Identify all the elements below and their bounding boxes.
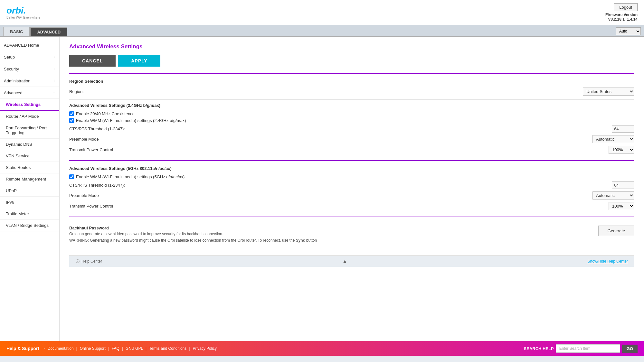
divider-mid xyxy=(69,160,634,161)
sidebar-item-router-ap-mode[interactable]: Router / AP Mode xyxy=(0,111,59,122)
backhaul-section: Backhaul Password Orbi can generate a ne… xyxy=(69,222,634,249)
language-select[interactable]: Auto English French German xyxy=(616,27,641,35)
wireless-5-title: Advanced Wireless Settings (5GHz 802.11a… xyxy=(69,166,634,171)
help-circle-icon: ⓘ xyxy=(76,259,80,264)
cts-rts-5-label: CTS/RTS Threshold (1-2347): xyxy=(69,183,125,188)
support-link-terms[interactable]: Terms and Conditions xyxy=(149,346,186,351)
sidebar-item-security[interactable]: Security + xyxy=(0,63,59,75)
cts-rts-5-row: CTS/RTS Threshold (1-2347): xyxy=(69,180,634,190)
sidebar-security-label: Security xyxy=(4,67,19,71)
wireless-5-section: Advanced Wireless Settings (5GHz 802.11a… xyxy=(69,166,634,211)
backhaul-warning-suffix: button xyxy=(305,238,317,243)
backhaul-sync-text: Sync xyxy=(296,238,305,243)
search-help-label: SEARCH HELP xyxy=(524,346,554,351)
firmware-version: V3.2.18.1_1.4.14 xyxy=(608,17,638,22)
sidebar-item-port-forwarding[interactable]: Port Forwarding / Port Triggering xyxy=(0,122,59,139)
wmm-24-checkbox[interactable] xyxy=(69,118,74,123)
sidebar-item-traffic-meter[interactable]: Traffic Meter xyxy=(0,208,59,220)
support-link-gnu-gpl[interactable]: GNU GPL xyxy=(126,346,143,351)
cts-rts-24-row: CTS/RTS Threshold (1-2347): xyxy=(69,124,634,134)
backhaul-warning-prefix: WARNING: Generating a new password might… xyxy=(69,238,296,243)
language-select-wrap: Auto English French German xyxy=(616,27,641,35)
tab-bar: BASIC ADVANCED Auto English French Germa… xyxy=(0,25,644,37)
sidebar-item-upnp[interactable]: UPnP xyxy=(0,185,59,197)
support-link-online-support[interactable]: Online Support xyxy=(80,346,106,351)
support-bar: Help & Support - Documentation | Online … xyxy=(0,341,644,356)
backhaul-warning: WARNING: Generating a new password might… xyxy=(69,238,598,243)
transmit-5-label: Transmit Power Control xyxy=(69,204,113,209)
generate-button[interactable]: Generate xyxy=(598,226,634,236)
firmware-info: Firmware Version V3.2.18.1_1.4.14 xyxy=(605,13,638,22)
page-title: Advanced Wireless Settings xyxy=(69,43,634,50)
transmit-5-select[interactable]: 100% 75% 50% 25% xyxy=(609,202,634,210)
content-area: Advanced Wireless Settings CANCEL APPLY … xyxy=(60,37,644,341)
sidebar-item-remote-management[interactable]: Remote Management xyxy=(0,173,59,185)
sidebar-admin-expand-icon: + xyxy=(53,78,55,83)
sidebar-item-ipv6[interactable]: IPv6 xyxy=(0,197,59,208)
sidebar-item-dynamic-dns[interactable]: Dynamic DNS xyxy=(0,139,59,150)
tab-advanced[interactable]: ADVANCED xyxy=(30,27,67,36)
sidebar-advanced-label: Advanced xyxy=(4,90,23,95)
search-help-area: SEARCH HELP GO xyxy=(524,344,638,353)
top-bar: orbi. Better WiFi Everywhere Logout Firm… xyxy=(0,0,644,25)
preamble-5-select[interactable]: Automatic Short Long xyxy=(592,191,634,200)
support-link-privacy[interactable]: Privacy Policy xyxy=(193,346,217,351)
backhaul-text: Backhaul Password Orbi can generate a ne… xyxy=(69,226,598,246)
coexist-label: Enable 20/40 MHz Coexistence xyxy=(76,111,135,116)
sidebar-item-advanced-menu[interactable]: Advanced − xyxy=(0,87,59,99)
sidebar-item-vlan-bridge[interactable]: VLAN / Bridge Settings xyxy=(0,220,59,231)
sidebar-item-administration[interactable]: Administration + xyxy=(0,75,59,87)
region-label: Region: xyxy=(69,89,84,94)
sidebar: ADVANCED Home Setup + Security + Adminis… xyxy=(0,37,60,341)
wireless-24-section: Advanced Wireless Settings (2.4GHz b/g/n… xyxy=(69,103,634,155)
transmit-24-label: Transmit Power Control xyxy=(69,147,113,152)
backhaul-row: Backhaul Password Orbi can generate a ne… xyxy=(69,226,634,246)
region-section-title: Region Selection xyxy=(69,79,634,84)
preamble-5-label: Preamble Mode xyxy=(69,193,99,198)
go-button[interactable]: GO xyxy=(622,345,638,353)
transmit-24-select[interactable]: 100% 75% 50% 25% xyxy=(609,146,634,154)
wmm-5-label: Enable WMM (Wi-Fi multimedia) settings (… xyxy=(76,174,185,179)
support-link-documentation[interactable]: Documentation xyxy=(48,346,74,351)
wireless-24-title: Advanced Wireless Settings (2.4GHz b/g/n… xyxy=(69,103,634,108)
coexist-row: Enable 20/40 MHz Coexistence xyxy=(69,110,634,117)
help-center-left: ⓘ Help Center xyxy=(76,259,102,264)
logo-subtitle: Better WiFi Everywhere xyxy=(6,16,40,19)
help-support-label: Help & Support xyxy=(6,346,39,351)
coexist-checkbox[interactable] xyxy=(69,111,74,116)
sidebar-advanced-collapse-icon: − xyxy=(53,90,55,95)
sidebar-setup-expand-icon: + xyxy=(53,54,55,60)
chevron-up-icon: ▲ xyxy=(342,258,347,264)
support-link-faq[interactable]: FAQ xyxy=(112,346,119,351)
support-left: Help & Support - Documentation | Online … xyxy=(6,346,217,351)
backhaul-desc: Orbi can generate a new hidden password … xyxy=(69,232,598,236)
cts-rts-24-input[interactable] xyxy=(612,125,634,133)
divider-top xyxy=(69,73,634,74)
search-help-input[interactable] xyxy=(556,344,620,353)
firmware-label: Firmware Version xyxy=(605,13,638,17)
show-hide-help-link[interactable]: Show/Hide Help Center xyxy=(588,259,628,264)
cancel-button[interactable]: CANCEL xyxy=(69,55,116,67)
sidebar-item-static-routes[interactable]: Static Routes xyxy=(0,162,59,173)
wmm-5-checkbox[interactable] xyxy=(69,174,74,179)
sidebar-item-vpn-service[interactable]: VPN Service xyxy=(0,150,59,162)
tab-basic[interactable]: BASIC xyxy=(3,27,30,36)
preamble-24-select[interactable]: Automatic Short Long xyxy=(592,135,634,143)
action-buttons: CANCEL APPLY xyxy=(69,55,634,67)
cts-rts-5-input[interactable] xyxy=(612,181,634,189)
logout-button[interactable]: Logout xyxy=(614,3,638,11)
preamble-24-row: Preamble Mode Automatic Short Long xyxy=(69,134,634,144)
top-right-area: Logout Firmware Version V3.2.18.1_1.4.14 xyxy=(605,3,638,22)
cts-rts-24-label: CTS/RTS Threshold (1-2347): xyxy=(69,126,125,131)
wmm-5-row: Enable WMM (Wi-Fi multimedia) settings (… xyxy=(69,173,634,180)
preamble-24-label: Preamble Mode xyxy=(69,137,99,142)
sidebar-item-setup[interactable]: Setup + xyxy=(0,51,59,63)
main-layout: ADVANCED Home Setup + Security + Adminis… xyxy=(0,37,644,341)
sidebar-item-advanced-home[interactable]: ADVANCED Home xyxy=(0,40,59,51)
sidebar-item-wireless-settings[interactable]: Wireless Settings xyxy=(0,99,59,111)
region-select[interactable]: United States Europe Japan Other xyxy=(583,88,634,96)
apply-button[interactable]: APPLY xyxy=(118,55,160,67)
wmm-24-row: Enable WMM (Wi-Fi multimedia) settings (… xyxy=(69,117,634,124)
sidebar-admin-label: Administration xyxy=(4,79,30,83)
logo: orbi. xyxy=(6,5,40,16)
